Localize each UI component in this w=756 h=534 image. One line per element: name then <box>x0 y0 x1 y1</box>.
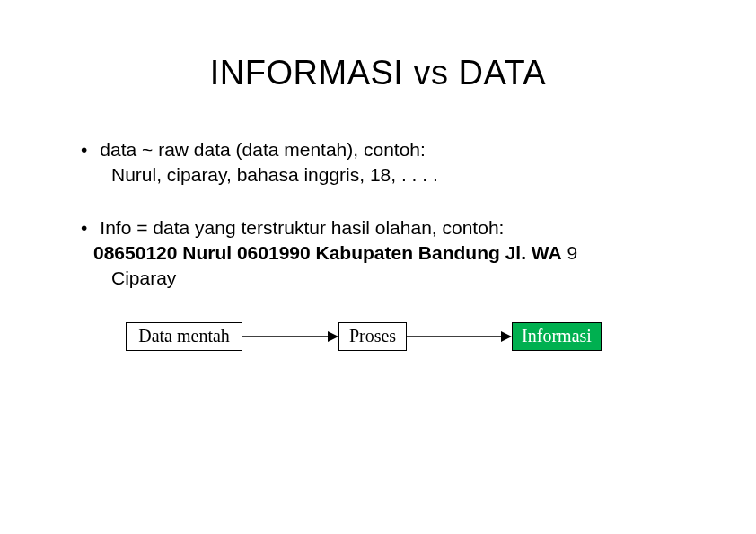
diagram-box-proses: Proses <box>338 322 407 351</box>
diagram-box-data-mentah: Data mentah <box>126 322 242 351</box>
diagram-box1-label: Data mentah <box>138 324 230 348</box>
diagram-box-informasi: Informasi <box>512 322 602 351</box>
flow-diagram: Data mentah Proses Informasi <box>126 319 629 363</box>
slide-content: • data ~ raw data (data mentah), contoh:… <box>63 137 693 363</box>
svg-marker-3 <box>501 331 512 342</box>
arrow-icon <box>242 319 338 355</box>
bullet-2-sub: 08650120 Nurul 0601990 Kabupaten Bandung… <box>93 241 693 266</box>
arrow-icon <box>407 319 512 355</box>
bullet-2-sub-line2: Ciparay <box>111 266 693 291</box>
svg-marker-1 <box>328 331 338 342</box>
bullet-1-block: • data ~ raw data (data mentah), contoh:… <box>63 137 693 188</box>
bullet-dot-icon: • <box>81 137 87 162</box>
bullet-dot-icon: • <box>81 215 87 241</box>
slide: INFORMASI vs DATA • data ~ raw data (dat… <box>0 0 756 534</box>
bullet-2-sub-rest: 9 <box>562 242 578 263</box>
bullet-1-text: data ~ raw data (data mentah), contoh: <box>100 137 425 162</box>
diagram-box2-label: Proses <box>349 324 396 348</box>
bullet-1-line: • data ~ raw data (data mentah), contoh: <box>81 137 693 162</box>
bullet-2-sub-bold: 08650120 Nurul 0601990 Kabupaten Bandung… <box>93 242 562 263</box>
bullet-2-block: • Info = data yang terstruktur hasil ola… <box>63 215 693 292</box>
bullet-2-text: Info = data yang terstruktur hasil olaha… <box>100 215 504 241</box>
diagram-box3-label: Informasi <box>522 324 592 348</box>
slide-title: INFORMASI vs DATA <box>63 54 693 92</box>
bullet-2-line: • Info = data yang terstruktur hasil ola… <box>81 215 693 241</box>
bullet-1-sub: Nurul, ciparay, bahasa inggris, 18, . . … <box>111 162 693 188</box>
